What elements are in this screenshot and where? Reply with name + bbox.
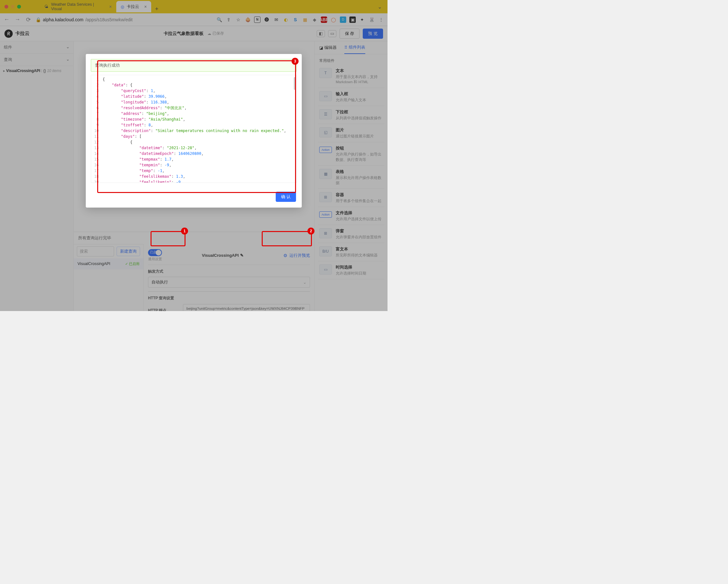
confirm-button[interactable]: 确 认 (276, 192, 296, 202)
annotation-1: 1 (151, 231, 185, 246)
annotation-2: 2 (262, 231, 312, 246)
annotation-3: 3 (97, 60, 296, 193)
